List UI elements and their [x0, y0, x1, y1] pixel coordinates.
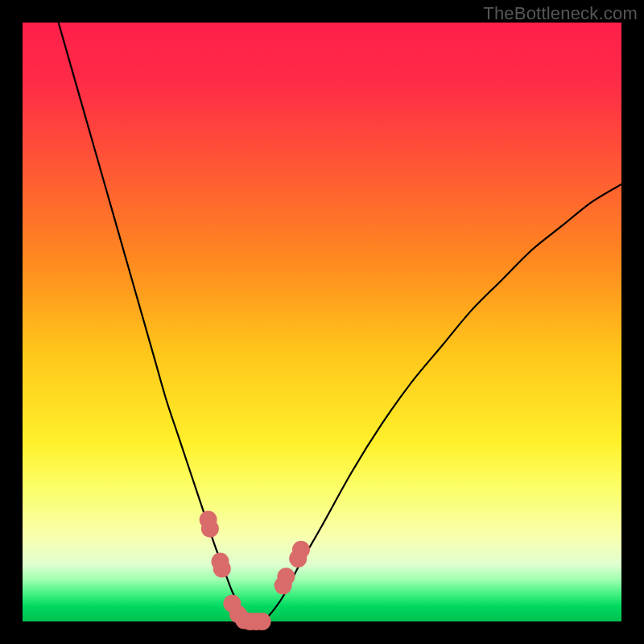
highlight-point: [292, 541, 310, 559]
plot-background: [23, 23, 621, 621]
chart-frame: TheBottleneck.com: [0, 0, 644, 644]
highlight-point: [213, 560, 231, 578]
bottleneck-chart: [0, 0, 644, 644]
watermark-text: TheBottleneck.com: [483, 3, 638, 24]
highlight-point: [277, 568, 295, 585]
highlight-point: [254, 613, 271, 630]
highlight-point: [201, 520, 219, 538]
